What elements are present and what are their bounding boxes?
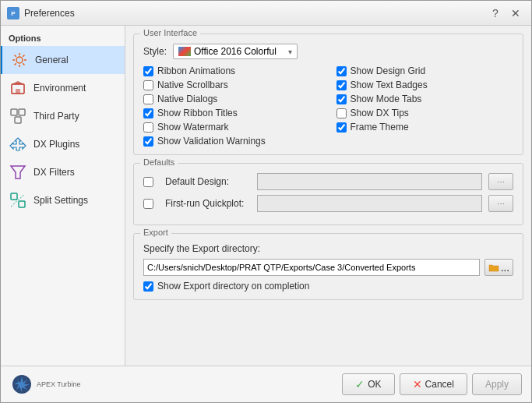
show-validation-warnings-checkbox[interactable] <box>143 136 153 147</box>
show-watermark-checkbox[interactable] <box>143 122 153 133</box>
export-title: Export <box>140 228 171 237</box>
svg-rect-13 <box>16 89 20 94</box>
checkbox-show-ribbon-titles[interactable]: Show Ribbon Titles <box>143 108 321 118</box>
content-area: Options General <box>1 26 531 366</box>
sidebar-item-dx-plugins[interactable]: DX Plugins <box>1 130 125 158</box>
sidebar-item-dx-filters-label: DX Filters <box>33 167 75 178</box>
export-group: Export Specify the Export directory: ... <box>133 233 523 300</box>
default-design-checkbox[interactable] <box>143 177 153 187</box>
show-export-completion-label: Show Export directory on completion <box>157 281 309 292</box>
show-text-badges-checkbox[interactable] <box>336 80 347 90</box>
split-settings-icon <box>9 191 27 210</box>
ok-button[interactable]: ✓ OK <box>342 373 394 395</box>
checkbox-show-text-badges[interactable]: Show Text Badges <box>336 80 514 90</box>
show-design-grid-label: Show Design Grid <box>351 65 426 76</box>
dx-filters-icon <box>9 163 27 182</box>
first-run-quickplot-checkbox[interactable] <box>143 199 153 209</box>
svg-rect-19 <box>19 201 25 207</box>
sidebar-item-general-label: General <box>35 55 69 65</box>
chevron-down-icon: ▾ <box>288 48 292 56</box>
apex-turbine-logo <box>10 373 33 396</box>
svg-rect-16 <box>15 117 21 123</box>
show-mode-tabs-label: Show Mode Tabs <box>351 94 422 104</box>
export-directory-row: ... <box>143 259 513 276</box>
checkbox-show-mode-tabs[interactable]: Show Mode Tabs <box>336 94 514 104</box>
svg-line-7 <box>15 55 16 57</box>
svg-line-20 <box>11 194 25 207</box>
default-design-checkbox-item[interactable] <box>143 177 159 187</box>
user-interface-content: Style: Office 2016 Colorful ▾ Ribbon Ani… <box>143 44 513 147</box>
show-export-completion-checkbox[interactable] <box>143 281 153 292</box>
svg-marker-12 <box>12 81 24 84</box>
frame-theme-checkbox[interactable] <box>336 122 347 133</box>
dialog-icon: P <box>7 7 19 19</box>
dialog-title: Preferences <box>24 8 486 19</box>
native-dialogs-label: Native Dialogs <box>157 94 217 104</box>
sidebar-item-split-settings[interactable]: Split Settings <box>1 186 125 214</box>
style-row: Style: Office 2016 Colorful ▾ <box>143 44 513 59</box>
user-interface-group: User Interface Style: Office 2016 Colorf… <box>133 34 523 155</box>
sidebar-item-dx-plugins-label: DX Plugins <box>33 139 79 150</box>
checkbox-show-design-grid[interactable]: Show Design Grid <box>336 65 514 76</box>
folder-icon <box>488 263 499 272</box>
sidebar-item-environment[interactable]: Environment <box>1 74 125 102</box>
export-content: Specify the Export directory: ... Show E… <box>143 243 513 292</box>
first-run-checkbox-item[interactable] <box>143 199 159 209</box>
defaults-group: Defaults Default Design: ⋯ <box>133 163 523 225</box>
checkbox-native-dialogs[interactable]: Native Dialogs <box>143 94 321 104</box>
svg-text:P: P <box>11 10 16 17</box>
ribbon-animations-checkbox[interactable] <box>143 66 153 76</box>
sidebar-item-dx-filters[interactable]: DX Filters <box>1 158 125 186</box>
apply-button[interactable]: Apply <box>472 373 522 395</box>
native-scrollbars-checkbox[interactable] <box>143 80 153 90</box>
close-button[interactable]: ✕ <box>506 5 525 21</box>
sidebar-item-third-party[interactable]: Third Party <box>1 102 125 130</box>
default-design-browse-button[interactable]: ⋯ <box>488 173 513 190</box>
show-ribbon-titles-label: Show Ribbon Titles <box>157 108 238 118</box>
show-ribbon-titles-checkbox[interactable] <box>143 108 153 118</box>
checkboxes-grid: Ribbon Animations Show Design Grid Nativ… <box>143 65 513 147</box>
svg-marker-17 <box>11 166 25 179</box>
sidebar: Options General <box>1 26 125 366</box>
show-design-grid-checkbox[interactable] <box>336 66 347 76</box>
style-select[interactable]: Office 2016 Colorful ▾ <box>173 44 298 59</box>
dx-plugins-icon <box>9 135 27 154</box>
export-browse-button[interactable]: ... <box>484 259 513 276</box>
checkbox-show-watermark[interactable]: Show Watermark <box>143 122 321 133</box>
show-dx-tips-checkbox[interactable] <box>336 108 347 118</box>
checkbox-show-dx-tips[interactable]: Show DX Tips <box>336 108 514 118</box>
show-export-completion-checkbox-item[interactable]: Show Export directory on completion <box>143 281 513 292</box>
logo: APEX Turbine <box>10 373 81 396</box>
cancel-button[interactable]: ✕ Cancel <box>400 373 467 395</box>
default-design-input[interactable] <box>257 173 482 190</box>
first-run-quickplot-browse-button[interactable]: ⋯ <box>488 195 513 212</box>
svg-line-9 <box>23 55 24 57</box>
checkbox-ribbon-animations[interactable]: Ribbon Animations <box>143 65 321 76</box>
native-scrollbars-label: Native Scrollbars <box>157 80 228 90</box>
sidebar-item-general[interactable]: General <box>1 46 125 74</box>
main-panel: User Interface Style: Office 2016 Colorf… <box>125 26 531 366</box>
defaults-content: Default Design: ⋯ First-run Quickplot: ⋯ <box>143 173 513 212</box>
checkbox-native-scrollbars[interactable]: Native Scrollbars <box>143 80 321 90</box>
bottom-bar: APEX Turbine ✓ OK ✕ Cancel Apply <box>1 366 531 402</box>
cancel-label: Cancel <box>425 379 454 390</box>
native-dialogs-checkbox[interactable] <box>143 94 153 104</box>
apply-label: Apply <box>485 379 509 390</box>
dialog-buttons: ✓ OK ✕ Cancel Apply <box>342 373 522 395</box>
environment-icon <box>9 79 27 97</box>
preferences-dialog: P Preferences ? ✕ Options <box>0 0 532 403</box>
checkbox-frame-theme[interactable]: Frame Theme <box>336 122 514 133</box>
sidebar-item-third-party-label: Third Party <box>33 111 79 122</box>
user-interface-title: User Interface <box>140 28 200 37</box>
first-run-quickplot-input[interactable] <box>257 195 482 212</box>
help-button[interactable]: ? <box>486 5 505 21</box>
svg-line-10 <box>15 63 16 65</box>
sidebar-item-split-settings-label: Split Settings <box>33 195 88 206</box>
title-bar-buttons: ? ✕ <box>486 5 525 21</box>
show-mode-tabs-checkbox[interactable] <box>336 94 347 104</box>
defaults-title: Defaults <box>140 157 178 167</box>
export-directory-input[interactable] <box>143 259 480 276</box>
defaults-row-design: Default Design: ⋯ <box>143 173 513 190</box>
ok-label: OK <box>368 379 381 390</box>
checkbox-show-validation-warnings[interactable]: Show Validation Warnings <box>143 136 321 147</box>
